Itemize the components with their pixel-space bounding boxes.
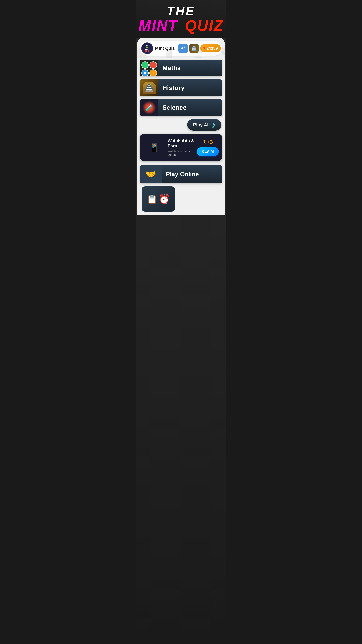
maths-label-container: Maths (158, 60, 222, 76)
play-online-text: Play Online (166, 171, 199, 178)
play-online-label-container: Play Online (162, 165, 222, 184)
bottom-partial-thumb[interactable]: 📋 ⏰ (142, 186, 175, 212)
history-thumb: 🏯 (140, 80, 158, 96)
maths-category[interactable]: + − × ÷ Maths (140, 60, 222, 76)
history-icon: 🏯 (144, 84, 154, 92)
ads-person-icon: 📱 (149, 142, 159, 152)
maths-label-text: Maths (163, 64, 181, 72)
store-icon: 🏛️ (191, 46, 197, 51)
app-logo[interactable]: 🍃 MINT QUIZ (141, 42, 153, 54)
coins-value: 24139 (206, 46, 218, 51)
claim-button[interactable]: CLAIM (197, 147, 219, 156)
phone-container: THE MINT QUIZ 🍃 MINT QUIZ Mint Quiz A✦ (136, 0, 226, 644)
logo-quiz-text: QUIZ (145, 50, 149, 52)
app-name-label: Mint Quiz (155, 46, 176, 51)
top-bar: 🍃 MINT QUIZ Mint Quiz A✦ 🏛️ ₹ 24139 (140, 41, 222, 56)
clock-icon: ⏰ (159, 194, 170, 204)
science-icon: 🧪 (145, 104, 153, 111)
header-bottom-line: MINT QUIZ (139, 17, 223, 34)
ads-title: Watch Ads & Earn (168, 138, 194, 148)
translate-button[interactable]: A✦ (178, 44, 188, 53)
ads-subtitle: Watch video ads to bonus (168, 150, 194, 157)
play-all-arrow-icon: ❯ (212, 122, 215, 128)
plus-symbol: + (141, 62, 149, 69)
ads-right: ₹ +3 CLAIM (197, 139, 219, 156)
header-quiz: QUIZ (185, 18, 224, 33)
bottom-partial-section: 📋 ⏰ (140, 186, 222, 212)
ads-reward: ₹ +3 (203, 139, 213, 145)
play-all-label: Play All (193, 122, 210, 128)
history-category[interactable]: 🏯 History (140, 80, 222, 96)
play-online-thumb: 🤝 (140, 165, 162, 184)
header-the: THE (139, 5, 223, 17)
logo-mint-text: MINT (145, 48, 149, 50)
play-all-container: Play All ❯ (140, 119, 222, 131)
reward-rupee-icon: ₹ (203, 139, 206, 145)
play-all-button[interactable]: Play All ❯ (187, 119, 221, 131)
science-label-container: Science (158, 99, 222, 116)
header-mint: MINT (138, 18, 178, 33)
top-bar-icons: A✦ 🏛️ ₹ 24139 (178, 44, 221, 53)
science-label-text: Science (163, 104, 187, 111)
play-online-item[interactable]: 🤝 Play Online (140, 165, 222, 184)
reward-amount: +3 (207, 139, 213, 145)
history-label-text: History (163, 84, 185, 92)
ads-illustration: 📱 (143, 139, 165, 156)
coins-badge: ₹ 24139 (200, 44, 221, 52)
header-space (179, 17, 184, 34)
history-image: 🏯 (140, 80, 158, 96)
rupee-icon: ₹ (203, 46, 206, 50)
divide-symbol: ÷ (149, 70, 157, 76)
exam-icon: 📋 (147, 194, 157, 204)
multiply-symbol: × (141, 70, 149, 76)
science-circle: 🧪 (142, 101, 156, 114)
science-image: 🧪 (140, 99, 158, 116)
bottom-illustration: 📋 ⏰ (145, 192, 172, 206)
logo-leaf-icon: 🍃 (145, 44, 149, 48)
history-label-container: History (158, 80, 222, 96)
play-online-icon: 🤝 (146, 170, 156, 179)
translate-icon: A✦ (181, 46, 186, 50)
ads-content: Watch Ads & Earn Watch video ads to bonu… (168, 138, 194, 157)
main-card: 🍃 MINT QUIZ Mint Quiz A✦ 🏛️ ₹ 24139 (137, 38, 225, 215)
store-button[interactable]: 🏛️ (189, 44, 199, 53)
maths-thumb: + − × ÷ (140, 60, 158, 76)
science-thumb: 🧪 (140, 99, 158, 116)
app-header: THE MINT QUIZ (136, 0, 226, 38)
minus-symbol: − (149, 62, 157, 69)
science-category[interactable]: 🧪 Science (140, 99, 222, 116)
ads-banner: 📱 Watch Ads & Earn Watch video ads to bo… (140, 134, 222, 161)
